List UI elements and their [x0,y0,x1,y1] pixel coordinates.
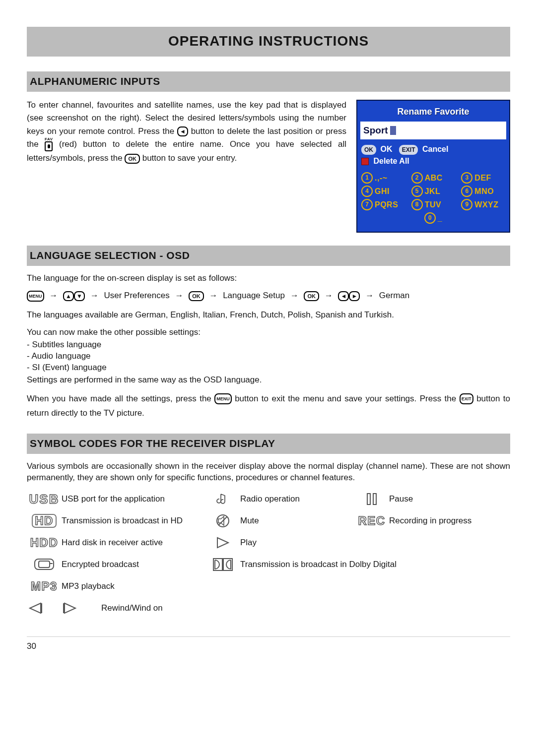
section-heading-language: LANGUAGE SELECTION - OSD [27,246,510,266]
svg-marker-7 [30,603,41,613]
keypad-1[interactable]: 1.,-~ [361,172,405,184]
left-arrow-button: ◄ [338,291,349,301]
down-arrow-button: ▼ [74,291,85,301]
keypad-2[interactable]: 2ABC [411,172,456,184]
rec-icon: REC [354,512,389,529]
osd-input-value: Sport [363,124,388,137]
flow-language-setup: Language Setup [223,291,285,300]
section-heading-symbols: SYMBOL CODES FOR THE RECEIVER DISPLAY [27,434,510,454]
osd-text-input[interactable]: Sport [360,122,506,139]
keypad-0[interactable]: 0_ [411,212,456,224]
lang-settings-same: Settings are performed in the same way a… [27,375,510,386]
keypad-4[interactable]: 4GHI [361,186,405,197]
lang-settings-intro: You can now make the other possible sett… [27,327,510,338]
ok-button: OK [189,291,204,301]
keypad-8[interactable]: 8TUV [411,199,456,210]
fav-red-button: FAV [45,137,53,151]
section-heading-alpha: ALPHANUMERIC INPUTS [27,71,510,92]
lang-available: The languages available are German, Engl… [27,310,510,321]
osd-ok-label: OK [380,145,392,153]
pause-desc: Pause [389,494,473,505]
radio-desc: Radio operation [240,494,354,505]
hdd-desc: Hard disk in receiver active [62,537,205,549]
keypad-3[interactable]: 3DEF [461,172,505,184]
osd-screenshot: Rename Favorite Sport OK OK EXIT Cancel … [356,100,510,233]
symbol-table: USB USB port for the application Radio o… [27,491,510,617]
menu-button: MENU [214,393,232,404]
ok-button: OK [304,291,319,301]
play-icon [205,534,240,551]
hd-desc: Transmission is broadcast in HD [62,515,205,527]
flow-user-preferences: User Preferences [104,291,169,300]
svg-marker-4 [217,538,228,548]
svg-line-3 [219,517,227,525]
keypad-9[interactable]: 9WXYZ [461,199,505,210]
lang-exit: When you have made all the settings, pre… [27,392,510,421]
keypad-5[interactable]: 5JKL [411,186,456,197]
alpha-text-d: button to save your entry. [142,153,237,163]
radio-icon [205,491,240,507]
osd-cancel-label: Cancel [422,145,448,153]
up-arrow-button: ▲ [63,291,74,301]
osd-title: Rename Favorite [360,106,506,118]
mute-icon [205,512,240,529]
osd-keypad: 1.,-~ 2ABC 3DEF 4GHI 5JKL 6MNO 7PQRS 8TU… [360,172,506,224]
rewind-wind-icon: Rewind/Wind on [27,600,389,617]
flow-german: German [379,291,409,300]
menu-button: MENU [27,291,44,302]
encrypted-desc: Encrypted broadcast [62,559,205,570]
mute-desc: Mute [240,515,354,527]
lang-setting-subtitles: - Subtitles language [27,339,510,351]
dolby-icon [205,556,240,573]
keypad-6[interactable]: 6MNO [461,186,505,197]
symbols-intro: Various symbols are occasionally shown i… [27,461,510,484]
svg-rect-1 [373,494,376,504]
right-arrow-button: ► [349,291,360,301]
left-arrow-button: ◄ [177,126,188,136]
mp3-icon: MP3 [27,578,62,595]
usb-desc: USB port for the application [62,494,205,505]
lang-intro: The language for the on-screen display i… [27,273,510,284]
osd-action-delete-all[interactable]: Delete All [361,155,505,167]
mp3-desc: MP3 playback [62,581,205,592]
page-title: OPERATING INSTRUCTIONS [27,27,510,57]
lang-setting-si: - SI (Event) language [27,362,510,374]
rewind-desc: Rewind/Wind on [101,603,163,614]
lang-setting-audio: - Audio Ianguage [27,351,510,362]
language-flow: MENU → ▲▼ → User Preferences → OK → Lang… [27,290,510,302]
svg-rect-0 [367,494,370,504]
keypad-7[interactable]: 7PQRS [361,199,405,210]
ok-button: OK [125,154,140,164]
hd-icon: HD [27,512,62,529]
osd-action-ok[interactable]: OK OK EXIT Cancel [361,143,505,155]
usb-icon: USB [27,491,62,507]
pause-icon [354,491,389,507]
exit-button: EXIT [460,393,473,404]
hdd-icon: HDD [27,534,62,551]
svg-marker-10 [65,603,75,613]
alpha-body: To enter channel, favourites and satelli… [27,99,346,165]
encrypted-icon [27,556,62,573]
play-desc: Play [240,537,354,549]
dolby-desc: Transmission is broadcast in Dolby Digit… [240,559,473,570]
page-number: 30 [27,636,510,652]
rec-desc: Recording in progress [389,515,473,527]
